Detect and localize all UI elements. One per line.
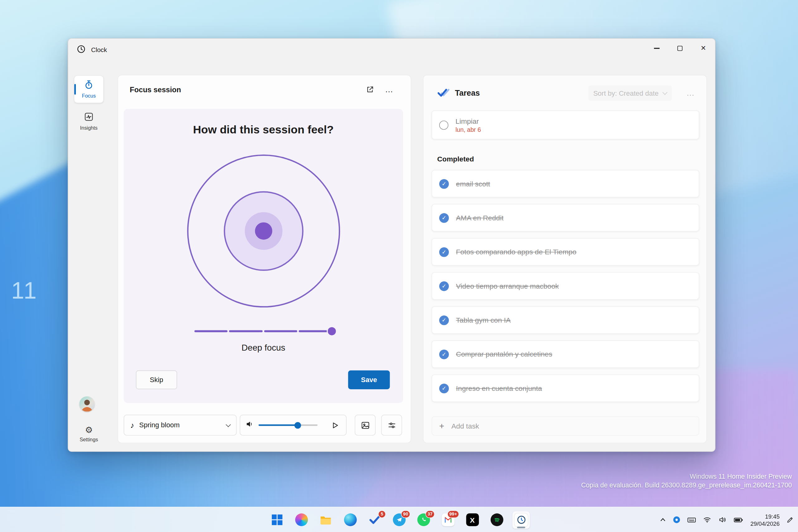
mail-badge: 99+: [447, 510, 459, 518]
clock-taskbar-icon[interactable]: [512, 511, 530, 529]
completed-task-row[interactable]: ✓ Video tiempo arranque macbook: [432, 272, 699, 300]
file-explorer-icon[interactable]: [317, 511, 335, 529]
completed-task-title: Tabla gym con IA: [456, 316, 511, 324]
user-avatar[interactable]: [79, 396, 95, 412]
volume-control-group: [240, 415, 347, 436]
start-button[interactable]: [268, 511, 286, 529]
tray-date: 29/04/2026: [750, 520, 780, 527]
tasks-header: Tareas: [455, 89, 480, 98]
insights-icon: [84, 112, 94, 124]
skip-button[interactable]: Skip: [136, 370, 177, 389]
wallpaper-numeral: 11: [11, 277, 38, 304]
volume-slider[interactable]: [259, 424, 317, 426]
background-image-button[interactable]: [355, 415, 376, 436]
todo-logo-icon: [438, 87, 450, 101]
completed-task-row[interactable]: ✓ AMA en Reddit: [432, 204, 699, 231]
completed-task-row[interactable]: ✓ email scott: [432, 170, 699, 197]
save-button[interactable]: Save: [348, 370, 390, 389]
minimize-button[interactable]: [645, 39, 668, 58]
add-task-label: Add task: [451, 422, 479, 430]
add-task-button[interactable]: + Add task: [432, 416, 699, 436]
check-circle-icon[interactable]: ✓: [439, 281, 449, 291]
slider-segment: [194, 330, 228, 332]
sound-settings-button[interactable]: [381, 415, 402, 436]
focus-session-card: Focus session … How did this session fee…: [117, 75, 411, 443]
completed-task-title: AMA en Reddit: [456, 214, 504, 222]
sidebar-item-settings[interactable]: ⚙ Settings: [74, 420, 103, 448]
tasks-more-icon[interactable]: …: [683, 86, 698, 101]
completed-task-row[interactable]: ✓ Comprar pantalón y calcetines: [432, 340, 699, 368]
slider-segment: [299, 330, 332, 332]
completed-task-title: Fotos comparando apps de El Tiempo: [456, 248, 576, 256]
popout-icon[interactable]: [362, 81, 378, 98]
sidebar-settings-label: Settings: [79, 437, 98, 442]
task-item-active[interactable]: Limpiar lun, abr 6: [432, 110, 699, 139]
completed-task-row[interactable]: ✓ Fotos comparando apps de El Tiempo: [432, 238, 699, 266]
maximize-button[interactable]: [668, 39, 692, 58]
whatsapp-icon[interactable]: 37: [415, 511, 432, 529]
slider-segment: [229, 330, 263, 332]
wifi-icon[interactable]: [703, 515, 712, 524]
chevron-down-icon: [662, 90, 667, 95]
tray-info-icon[interactable]: [673, 516, 681, 524]
task-due-date: lun, abr 6: [455, 126, 481, 133]
session-feedback-panel: How did this session feel?: [124, 109, 403, 403]
active-app-indicator: [517, 526, 525, 528]
focus-timer-icon: [84, 80, 94, 92]
pen-icon[interactable]: [786, 516, 794, 524]
edge-icon[interactable]: [342, 511, 359, 529]
whatsapp-badge: 37: [425, 510, 435, 518]
check-circle-icon[interactable]: ✓: [439, 213, 449, 223]
telegram-icon[interactable]: 90: [390, 511, 408, 529]
x-icon[interactable]: X: [463, 511, 481, 529]
tray-chevron-up-icon[interactable]: [660, 516, 666, 523]
volume-fill: [259, 424, 297, 426]
tray-time: 19:45: [765, 513, 780, 520]
check-circle-icon[interactable]: ✓: [439, 247, 449, 257]
slider-thumb[interactable]: [328, 327, 336, 335]
gear-icon: ⚙: [85, 426, 93, 435]
completed-task-list: ✓ email scott ✓ AMA en Reddit ✓ Fotos co…: [432, 170, 699, 402]
task-complete-radio[interactable]: [439, 120, 448, 129]
more-options-icon[interactable]: …: [381, 81, 397, 98]
focus-session-header: Focus session: [130, 86, 181, 94]
sound-name: Spring bloom: [139, 421, 222, 429]
battery-icon[interactable]: [734, 515, 744, 525]
watermark-line-1: Windows 11 Home Insider Preview: [581, 472, 792, 481]
touch-keyboard-icon[interactable]: [687, 515, 696, 524]
sidebar-insights-label: Insights: [80, 125, 98, 131]
check-circle-icon[interactable]: ✓: [439, 349, 449, 359]
focus-rings-graphic: [182, 150, 345, 315]
completed-task-row[interactable]: ✓ Ingreso en cuenta conjunta: [432, 375, 699, 402]
tray-clock[interactable]: 19:45 29/04/2026: [750, 513, 780, 527]
check-circle-icon[interactable]: ✓: [439, 383, 449, 393]
clock-app-icon: [77, 44, 86, 55]
sidebar-focus-label: Focus: [82, 93, 96, 99]
completed-task-title: Ingreso en cuenta conjunta: [456, 384, 542, 392]
copilot-icon[interactable]: [293, 511, 310, 529]
check-circle-icon[interactable]: ✓: [439, 315, 449, 325]
volume-thumb[interactable]: [294, 422, 301, 428]
sidebar-item-insights[interactable]: Insights: [74, 109, 103, 134]
session-feel-slider[interactable]: [194, 330, 332, 332]
mail-icon[interactable]: 99+: [439, 511, 457, 529]
telegram-badge: 90: [401, 510, 410, 518]
completed-task-title: Video tiempo arranque macbook: [456, 282, 559, 290]
completed-section-header: Completed: [437, 155, 474, 163]
task-title: Limpiar: [455, 117, 481, 125]
todo-icon[interactable]: 5: [366, 511, 383, 529]
spotify-icon[interactable]: [488, 511, 506, 529]
play-button[interactable]: [329, 419, 341, 431]
session-question: How did this session feel?: [124, 123, 403, 136]
close-button[interactable]: ×: [692, 39, 715, 58]
sort-dropdown[interactable]: Sort by: Created date: [588, 86, 672, 101]
volume-tray-icon[interactable]: [718, 515, 727, 524]
chevron-down-icon: [226, 422, 231, 427]
titlebar[interactable]: Clock ×: [68, 39, 715, 61]
completed-task-row[interactable]: ✓ Tabla gym con IA: [432, 306, 699, 334]
sidebar-item-focus[interactable]: Focus: [74, 76, 103, 103]
taskbar: 5 90 37 99+ X: [0, 507, 798, 532]
check-circle-icon[interactable]: ✓: [439, 179, 449, 189]
window-title: Clock: [91, 46, 107, 54]
sound-selector[interactable]: ♪ Spring bloom: [124, 415, 236, 436]
